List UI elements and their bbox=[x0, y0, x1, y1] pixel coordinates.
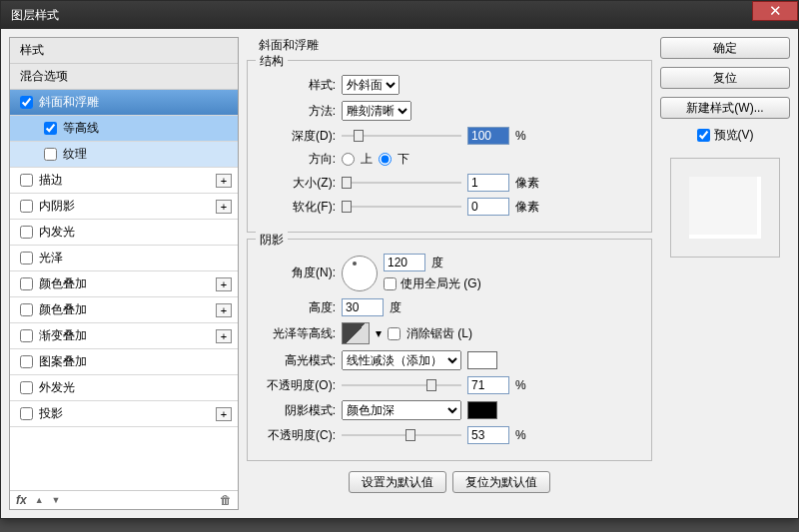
technique-select[interactable]: 雕刻清晰 bbox=[342, 101, 411, 121]
angle-input[interactable] bbox=[384, 254, 425, 271]
sidebar-header-blend[interactable]: 混合选项 bbox=[10, 64, 238, 90]
style-select[interactable]: 外斜面 bbox=[342, 75, 400, 95]
cancel-button[interactable]: 复位 bbox=[660, 67, 790, 89]
shadow-opacity-label: 不透明度(C): bbox=[258, 427, 336, 444]
color-overlay-checkbox[interactable] bbox=[20, 277, 33, 290]
global-light-checkbox[interactable] bbox=[384, 277, 397, 290]
gradient-overlay-checkbox[interactable] bbox=[20, 329, 33, 342]
sidebar-item-inner-shadow[interactable]: 内阴影 + bbox=[10, 194, 238, 220]
sidebar-item-outer-glow[interactable]: 外发光 bbox=[10, 375, 238, 401]
move-down-icon[interactable]: ▼ bbox=[52, 495, 61, 505]
drop-shadow-checkbox[interactable] bbox=[20, 407, 33, 420]
highlight-opacity-label: 不透明度(O): bbox=[258, 377, 336, 394]
add-icon[interactable]: + bbox=[216, 200, 232, 214]
highlight-opacity-unit: % bbox=[515, 378, 526, 392]
shadow-opacity-input[interactable] bbox=[467, 426, 509, 444]
soften-unit: 像素 bbox=[515, 199, 539, 216]
preview-box bbox=[670, 158, 780, 258]
panel-title: 斜面和浮雕 bbox=[259, 37, 652, 54]
shadow-mode-label: 阴影模式: bbox=[258, 402, 336, 419]
sidebar-item-texture[interactable]: 纹理 bbox=[10, 142, 238, 168]
sidebar-item-pattern-overlay[interactable]: 图案叠加 bbox=[10, 349, 238, 375]
altitude-input[interactable] bbox=[342, 298, 384, 316]
soften-slider[interactable] bbox=[342, 200, 461, 214]
contour-checkbox[interactable] bbox=[44, 122, 57, 135]
highlight-mode-label: 高光模式: bbox=[258, 352, 336, 369]
sidebar-item-label: 颜色叠加 bbox=[39, 301, 87, 318]
sidebar-header-styles[interactable]: 样式 bbox=[10, 38, 238, 64]
sidebar-item-inner-glow[interactable]: 内发光 bbox=[10, 220, 238, 246]
inner-shadow-checkbox[interactable] bbox=[20, 200, 33, 213]
trash-icon[interactable]: 🗑 bbox=[220, 493, 232, 507]
sidebar-item-gradient-overlay[interactable]: 渐变叠加 + bbox=[10, 323, 238, 349]
add-icon[interactable]: + bbox=[216, 329, 232, 343]
add-icon[interactable]: + bbox=[216, 277, 232, 291]
add-icon[interactable]: + bbox=[216, 303, 232, 317]
preview-label: 预览(V) bbox=[714, 127, 754, 144]
new-style-button[interactable]: 新建样式(W)... bbox=[660, 97, 790, 119]
reset-default-button[interactable]: 复位为默认值 bbox=[452, 471, 550, 493]
soften-input[interactable] bbox=[467, 198, 509, 216]
settings-panel: 斜面和浮雕 结构 样式: 外斜面 方法: 雕刻清晰 深度(D): bbox=[247, 37, 652, 510]
preview-swatch bbox=[689, 177, 761, 239]
layer-style-dialog: 图层样式 ✕ 样式 混合选项 斜面和浮雕 等高线 纹理 描边 + bbox=[0, 0, 799, 519]
ok-button[interactable]: 确定 bbox=[660, 37, 790, 59]
stroke-checkbox[interactable] bbox=[20, 174, 33, 187]
make-default-button[interactable]: 设置为默认值 bbox=[349, 471, 446, 493]
direction-down-radio[interactable] bbox=[379, 153, 392, 166]
shadow-color-swatch[interactable] bbox=[467, 401, 497, 419]
pattern-overlay-checkbox[interactable] bbox=[20, 355, 33, 368]
antialias-checkbox[interactable] bbox=[388, 327, 400, 340]
depth-input[interactable] bbox=[467, 127, 509, 145]
bevel-checkbox[interactable] bbox=[20, 96, 33, 109]
sidebar-item-label: 内发光 bbox=[39, 224, 75, 241]
depth-label: 深度(D): bbox=[258, 128, 336, 145]
altitude-label: 高度: bbox=[258, 299, 336, 316]
sidebar-item-color-overlay[interactable]: 颜色叠加 + bbox=[10, 271, 238, 297]
sidebar-item-label: 等高线 bbox=[63, 120, 99, 137]
sidebar-item-bevel[interactable]: 斜面和浮雕 bbox=[10, 90, 238, 116]
size-input[interactable] bbox=[467, 174, 509, 192]
shadow-opacity-slider[interactable] bbox=[342, 428, 461, 442]
shadow-opacity-unit: % bbox=[515, 428, 526, 442]
color-overlay-2-checkbox[interactable] bbox=[20, 303, 33, 316]
sidebar-item-label: 纹理 bbox=[63, 146, 87, 163]
sidebar-footer: fx ▲ ▼ 🗑 bbox=[10, 490, 238, 509]
global-light-label: 使用全局光 (G) bbox=[400, 275, 481, 292]
sidebar-item-contour[interactable]: 等高线 bbox=[10, 116, 238, 142]
angle-dial[interactable] bbox=[342, 256, 378, 291]
size-unit: 像素 bbox=[515, 175, 539, 192]
direction-down-label: 下 bbox=[398, 151, 409, 168]
highlight-opacity-slider[interactable] bbox=[342, 378, 461, 392]
add-icon[interactable]: + bbox=[216, 407, 232, 421]
highlight-color-swatch[interactable] bbox=[467, 351, 497, 369]
shadow-mode-select[interactable]: 颜色加深 bbox=[342, 400, 461, 420]
sidebar-item-label: 颜色叠加 bbox=[39, 275, 87, 292]
highlight-opacity-input[interactable] bbox=[467, 376, 509, 394]
outer-glow-checkbox[interactable] bbox=[20, 381, 33, 394]
depth-slider[interactable] bbox=[342, 129, 461, 143]
size-label: 大小(Z): bbox=[258, 175, 336, 192]
sidebar-item-label: 图案叠加 bbox=[39, 353, 87, 370]
size-slider[interactable] bbox=[342, 176, 461, 190]
satin-checkbox[interactable] bbox=[20, 252, 33, 265]
titlebar[interactable]: 图层样式 ✕ bbox=[1, 1, 798, 29]
sidebar-item-drop-shadow[interactable]: 投影 + bbox=[10, 401, 238, 427]
sidebar-item-label: 描边 bbox=[39, 172, 63, 189]
close-button[interactable]: ✕ bbox=[752, 1, 798, 21]
fx-icon[interactable]: fx bbox=[16, 493, 27, 507]
chevron-down-icon[interactable]: ▾ bbox=[376, 326, 382, 340]
gloss-contour-picker[interactable] bbox=[342, 322, 370, 344]
direction-up-radio[interactable] bbox=[342, 153, 355, 166]
texture-checkbox[interactable] bbox=[44, 148, 57, 161]
move-up-icon[interactable]: ▲ bbox=[35, 495, 44, 505]
sidebar-item-color-overlay-2[interactable]: 颜色叠加 + bbox=[10, 297, 238, 323]
inner-glow-checkbox[interactable] bbox=[20, 226, 33, 239]
preview-checkbox[interactable] bbox=[697, 129, 710, 142]
sidebar-item-stroke[interactable]: 描边 + bbox=[10, 168, 238, 194]
sidebar-item-label: 斜面和浮雕 bbox=[39, 94, 99, 111]
add-icon[interactable]: + bbox=[216, 174, 232, 188]
shading-group: 阴影 角度(N): 度 使用全局光 (G) bbox=[247, 239, 652, 461]
sidebar-item-satin[interactable]: 光泽 bbox=[10, 246, 238, 271]
highlight-mode-select[interactable]: 线性减淡（添加） bbox=[342, 350, 461, 370]
